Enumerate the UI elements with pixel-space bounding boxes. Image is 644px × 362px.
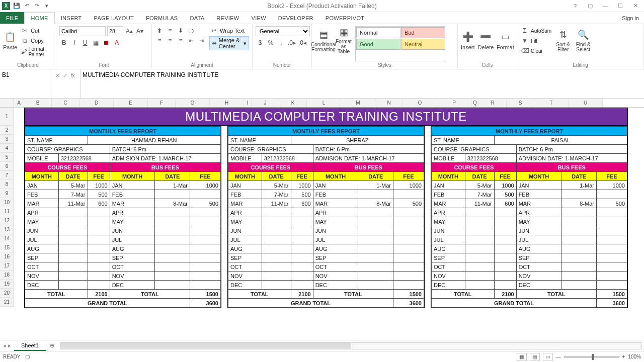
sign-in-link[interactable]: Sign in: [617, 12, 644, 24]
col-header[interactable]: R: [479, 99, 507, 107]
comma-icon[interactable]: ,: [277, 38, 286, 47]
col-header[interactable]: B: [24, 99, 52, 107]
tab-file[interactable]: FILE: [0, 12, 24, 24]
row-header[interactable]: 3: [0, 135, 14, 144]
font-color-button[interactable]: A: [112, 38, 121, 47]
col-header[interactable]: Q: [471, 99, 479, 107]
col-header[interactable]: D: [79, 99, 114, 107]
conditional-formatting-button[interactable]: ▤Conditional Formatting: [315, 26, 332, 54]
autosum-button[interactable]: ΣAutoSum: [520, 26, 551, 35]
col-header[interactable]: U: [569, 99, 603, 107]
tab-view[interactable]: VIEW: [246, 12, 272, 24]
select-all-box[interactable]: [0, 99, 14, 107]
tab-powerpivot[interactable]: POWERPIVOT: [319, 12, 371, 24]
sort-filter-button[interactable]: ⇅Sort & Filter: [554, 26, 572, 54]
wrap-text-button[interactable]: ↩Wrap Text: [209, 26, 249, 35]
col-header[interactable]: F: [148, 99, 176, 107]
italic-button[interactable]: I: [70, 38, 79, 47]
font-size-input[interactable]: [107, 26, 123, 36]
col-header[interactable]: C: [52, 99, 79, 107]
fill-color-button[interactable]: ⏹: [102, 38, 111, 47]
style-good[interactable]: Good: [356, 39, 400, 50]
bold-button[interactable]: B: [59, 38, 68, 47]
col-header[interactable]: I: [244, 99, 252, 107]
font-name-input[interactable]: [59, 26, 106, 36]
align-center-icon[interactable]: ≡: [166, 36, 175, 45]
border-button[interactable]: ▦: [91, 38, 100, 47]
zoom-level[interactable]: 100%: [628, 354, 641, 359]
percent-icon[interactable]: %: [266, 38, 275, 47]
zoom-slider[interactable]: [564, 356, 619, 358]
page-layout-view-icon[interactable]: ▤: [530, 353, 540, 361]
row-header[interactable]: 2: [0, 126, 14, 135]
row-header[interactable]: 13: [0, 225, 14, 234]
col-header[interactable]: T: [534, 99, 569, 107]
col-header[interactable]: J: [252, 99, 279, 107]
column-headers[interactable]: ABCDEFGHIJKLMNOPQRSTU: [0, 99, 644, 108]
orientation-icon[interactable]: ⭯: [187, 26, 196, 35]
tab-home[interactable]: HOME: [24, 12, 54, 24]
tab-data[interactable]: DATA: [184, 12, 210, 24]
save-icon[interactable]: 💾: [12, 2, 21, 11]
insert-cells-button[interactable]: ➕Insert: [461, 26, 475, 54]
number-format-select[interactable]: General: [256, 26, 310, 36]
row-header[interactable]: 20: [0, 289, 14, 298]
increase-font-icon[interactable]: A▴: [125, 27, 134, 36]
fill-button[interactable]: ▼Fill: [520, 36, 551, 45]
row-header[interactable]: 15: [0, 243, 14, 252]
ribbon-options-icon[interactable]: ▢: [584, 2, 597, 11]
redo-icon[interactable]: ↷: [32, 2, 41, 11]
tab-page-layout[interactable]: PAGE LAYOUT: [88, 12, 140, 24]
decrease-decimal-icon[interactable]: .0◂: [298, 38, 307, 47]
align-right-icon[interactable]: ≡: [176, 36, 185, 45]
style-bad[interactable]: Bad: [401, 27, 445, 38]
col-header[interactable]: K: [279, 99, 307, 107]
row-header[interactable]: 6: [0, 162, 14, 171]
clear-button[interactable]: ⌫Clear: [520, 46, 551, 55]
style-neutral[interactable]: Neutral: [401, 39, 445, 50]
page-break-view-icon[interactable]: ▭: [543, 353, 553, 361]
row-header[interactable]: 19: [0, 280, 14, 289]
format-as-table-button[interactable]: ▦Format as Table: [335, 26, 352, 54]
macro-record-icon[interactable]: ▢: [25, 354, 30, 359]
help-icon[interactable]: ?: [569, 2, 582, 11]
paste-button[interactable]: 📋 Paste: [3, 26, 17, 54]
qat-customize-icon[interactable]: ▾: [42, 2, 51, 11]
enter-formula-icon[interactable]: ✓: [63, 72, 67, 79]
row-header[interactable]: 5: [0, 153, 14, 162]
normal-view-icon[interactable]: ▦: [517, 353, 527, 361]
row-header[interactable]: 18: [0, 270, 14, 280]
row-header[interactable]: 10: [0, 198, 14, 207]
row-header[interactable]: 1: [0, 108, 14, 126]
col-header[interactable]: M: [341, 99, 375, 107]
row-header[interactable]: 8: [0, 180, 14, 189]
horizontal-scrollbar[interactable]: [60, 342, 642, 349]
copy-button[interactable]: ⧉Copy: [20, 36, 53, 45]
col-header[interactable]: N: [375, 99, 403, 107]
increase-decimal-icon[interactable]: .0▸: [287, 38, 296, 47]
row-header[interactable]: 21: [0, 298, 14, 307]
align-left-icon[interactable]: ≡: [155, 36, 164, 45]
tab-formulas[interactable]: FORMULAS: [140, 12, 184, 24]
col-header[interactable]: G: [176, 99, 210, 107]
align-middle-icon[interactable]: ≡: [166, 26, 175, 35]
format-painter-button[interactable]: 🖌Format Painter: [20, 46, 53, 57]
row-header[interactable]: 4: [0, 144, 14, 153]
close-icon[interactable]: ✕: [629, 2, 642, 11]
align-bottom-icon[interactable]: ⬇: [176, 26, 185, 35]
col-header[interactable]: A: [14, 99, 24, 107]
worksheet-grid[interactable]: ABCDEFGHIJKLMNOPQRSTU 123456789101112131…: [0, 99, 644, 340]
find-select-button[interactable]: 🔍Find & Select: [575, 26, 592, 54]
merge-center-button[interactable]: ⬌Merge & Center▾: [209, 36, 249, 50]
row-header[interactable]: 9: [0, 189, 14, 198]
new-sheet-button[interactable]: ⊕: [46, 340, 58, 351]
row-header[interactable]: 16: [0, 252, 14, 261]
style-normal[interactable]: Normal: [356, 27, 400, 38]
row-header[interactable]: 17: [0, 261, 14, 270]
increase-indent-icon[interactable]: ⇥: [197, 36, 206, 45]
undo-icon[interactable]: ↶: [22, 2, 31, 11]
cancel-formula-icon[interactable]: ✕: [55, 72, 60, 79]
col-header[interactable]: H: [210, 99, 244, 107]
format-cells-button[interactable]: ▭Format: [497, 26, 514, 54]
tab-insert[interactable]: INSERT: [55, 12, 88, 24]
